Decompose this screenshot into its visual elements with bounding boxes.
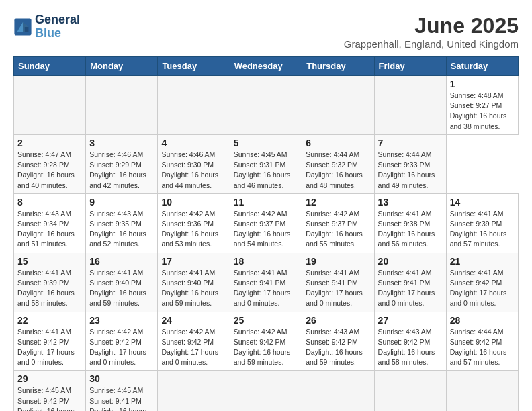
empty-cell (446, 371, 518, 411)
day-number: 28 (450, 315, 515, 326)
day-number: 24 (161, 315, 226, 326)
day-cell-17: 17Sunrise: 4:41 AMSunset: 9:40 PMDayligh… (158, 253, 230, 312)
empty-cell (230, 76, 302, 135)
day-cell-15: 15Sunrise: 4:41 AMSunset: 9:39 PMDayligh… (14, 253, 86, 312)
day-cell-5: 5Sunrise: 4:45 AMSunset: 9:31 PMDaylight… (230, 134, 302, 193)
day-number: 17 (161, 256, 226, 267)
day-info: Sunrise: 4:41 AMSunset: 9:42 PMDaylight:… (450, 268, 515, 309)
day-info: Sunrise: 4:41 AMSunset: 9:41 PMDaylight:… (378, 268, 443, 309)
day-cell-29: 29Sunrise: 4:45 AMSunset: 9:42 PMDayligh… (14, 371, 86, 411)
day-info: Sunrise: 4:44 AMSunset: 9:33 PMDaylight:… (378, 150, 443, 191)
week-row-2: 2Sunrise: 4:47 AMSunset: 9:28 PMDaylight… (14, 134, 519, 193)
sunset: Sunset: 9:29 PM (89, 161, 142, 169)
header-row: SundayMondayTuesdayWednesdayThursdayFrid… (14, 57, 519, 76)
day-cell-20: 20Sunrise: 4:41 AMSunset: 9:41 PMDayligh… (374, 253, 446, 312)
day-header-tuesday: Tuesday (158, 57, 230, 76)
daylight: Daylight: 16 hours and 59 minutes. (306, 348, 363, 366)
day-number: 20 (378, 256, 443, 267)
calendar-subtitle: Grappenhall, England, United Kingdom (344, 38, 519, 50)
sunset: Sunset: 9:42 PM (450, 279, 502, 287)
week-row-1: 1Sunrise: 4:48 AMSunset: 9:27 PMDaylight… (14, 76, 519, 135)
day-info: Sunrise: 4:47 AMSunset: 9:28 PMDaylight:… (17, 150, 82, 191)
daylight: Daylight: 16 hours and 51 minutes. (17, 230, 75, 248)
day-cell-30: 30Sunrise: 4:45 AMSunset: 9:41 PMDayligh… (86, 371, 158, 411)
sunrise: Sunrise: 4:41 AM (378, 269, 432, 277)
daylight: Daylight: 17 hours and 0 minutes. (89, 348, 146, 366)
day-info: Sunrise: 4:48 AMSunset: 9:27 PMDaylight:… (450, 91, 515, 132)
sunrise: Sunrise: 4:41 AM (306, 269, 359, 277)
day-info: Sunrise: 4:43 AMSunset: 9:42 PMDaylight:… (306, 327, 370, 368)
sunrise: Sunrise: 4:42 AM (161, 210, 215, 218)
daylight: Daylight: 17 hours and 0 minutes. (450, 289, 507, 307)
day-cell-11: 11Sunrise: 4:42 AMSunset: 9:37 PMDayligh… (230, 193, 302, 253)
day-cell-25: 25Sunrise: 4:42 AMSunset: 9:42 PMDayligh… (230, 312, 302, 371)
day-header-sunday: Sunday (14, 57, 86, 76)
sunset: Sunset: 9:34 PM (17, 220, 70, 228)
logo-text: General Blue (35, 13, 80, 40)
day-number: 8 (17, 197, 82, 208)
day-info: Sunrise: 4:41 AMSunset: 9:39 PMDaylight:… (17, 268, 82, 309)
daylight: Daylight: 16 hours and 57 minutes. (450, 230, 507, 248)
day-number: 14 (450, 197, 515, 208)
day-number: 6 (306, 138, 370, 148)
day-number: 22 (17, 315, 82, 326)
logo-icon (13, 17, 32, 36)
day-cell-12: 12Sunrise: 4:42 AMSunset: 9:37 PMDayligh… (302, 193, 374, 253)
sunrise: Sunrise: 4:43 AM (89, 210, 143, 218)
header: General Blue June 2025 Grappenhall, Engl… (13, 13, 519, 50)
sunset: Sunset: 9:38 PM (378, 220, 431, 228)
day-header-friday: Friday (374, 57, 446, 76)
week-row-4: 15Sunrise: 4:41 AMSunset: 9:39 PMDayligh… (14, 253, 519, 312)
sunrise: Sunrise: 4:46 AM (89, 150, 143, 158)
sunset: Sunset: 9:30 PM (161, 161, 214, 169)
sunrise: Sunrise: 4:45 AM (234, 150, 287, 158)
day-info: Sunrise: 4:41 AMSunset: 9:42 PMDaylight:… (17, 327, 82, 368)
day-cell-1: 1Sunrise: 4:48 AMSunset: 9:27 PMDaylight… (446, 76, 518, 135)
sunrise: Sunrise: 4:47 AM (17, 150, 71, 158)
daylight: Daylight: 16 hours and 44 minutes. (161, 171, 218, 189)
day-header-monday: Monday (86, 57, 158, 76)
sunrise: Sunrise: 4:46 AM (161, 150, 215, 158)
sunset: Sunset: 9:42 PM (17, 338, 70, 346)
daylight: Daylight: 16 hours and 57 minutes. (17, 407, 75, 411)
day-info: Sunrise: 4:42 AMSunset: 9:37 PMDaylight:… (306, 209, 370, 250)
day-info: Sunrise: 4:42 AMSunset: 9:42 PMDaylight:… (89, 327, 154, 368)
daylight: Daylight: 16 hours and 46 minutes. (234, 171, 291, 189)
sunrise: Sunrise: 4:48 AM (450, 91, 504, 99)
daylight: Daylight: 16 hours and 58 minutes. (378, 348, 435, 366)
day-info: Sunrise: 4:43 AMSunset: 9:42 PMDaylight:… (378, 327, 443, 368)
day-cell-14: 14Sunrise: 4:41 AMSunset: 9:39 PMDayligh… (446, 193, 518, 253)
sunrise: Sunrise: 4:42 AM (234, 210, 287, 218)
day-info: Sunrise: 4:43 AMSunset: 9:34 PMDaylight:… (17, 209, 82, 250)
day-cell-8: 8Sunrise: 4:43 AMSunset: 9:34 PMDaylight… (14, 193, 86, 253)
daylight: Daylight: 16 hours and 57 minutes. (450, 348, 507, 366)
day-number: 21 (450, 256, 515, 267)
sunset: Sunset: 9:40 PM (89, 279, 142, 287)
day-info: Sunrise: 4:42 AMSunset: 9:37 PMDaylight:… (234, 209, 299, 250)
day-info: Sunrise: 4:45 AMSunset: 9:42 PMDaylight:… (17, 385, 82, 411)
sunrise: Sunrise: 4:42 AM (306, 210, 359, 218)
logo: General Blue (13, 13, 80, 40)
day-number: 16 (89, 256, 154, 267)
day-info: Sunrise: 4:45 AMSunset: 9:31 PMDaylight:… (234, 150, 299, 191)
day-info: Sunrise: 4:42 AMSunset: 9:36 PMDaylight:… (161, 209, 226, 250)
day-number: 13 (378, 197, 443, 208)
day-cell-28: 28Sunrise: 4:44 AMSunset: 9:42 PMDayligh… (446, 312, 518, 371)
day-number: 11 (234, 197, 299, 208)
empty-cell (302, 371, 374, 411)
sunrise: Sunrise: 4:41 AM (17, 269, 71, 277)
daylight: Daylight: 16 hours and 56 minutes. (89, 407, 146, 411)
day-number: 25 (234, 315, 299, 326)
sunrise: Sunrise: 4:41 AM (89, 269, 143, 277)
daylight: Daylight: 16 hours and 59 minutes. (89, 289, 146, 307)
day-info: Sunrise: 4:43 AMSunset: 9:35 PMDaylight:… (89, 209, 154, 250)
day-number: 18 (234, 256, 299, 267)
day-info: Sunrise: 4:42 AMSunset: 9:42 PMDaylight:… (161, 327, 226, 368)
empty-cell (158, 76, 230, 135)
day-cell-21: 21Sunrise: 4:41 AMSunset: 9:42 PMDayligh… (446, 253, 518, 312)
day-info: Sunrise: 4:44 AMSunset: 9:32 PMDaylight:… (306, 150, 370, 191)
sunset: Sunset: 9:42 PM (306, 338, 358, 346)
day-info: Sunrise: 4:46 AMSunset: 9:30 PMDaylight:… (161, 150, 226, 191)
daylight: Daylight: 16 hours and 59 minutes. (234, 348, 291, 366)
daylight: Daylight: 17 hours and 0 minutes. (161, 348, 218, 366)
